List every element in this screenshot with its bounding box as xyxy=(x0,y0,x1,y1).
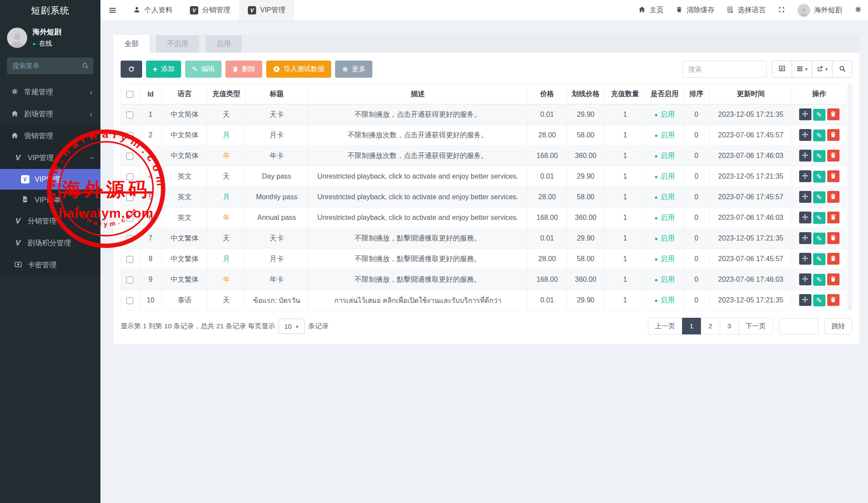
filter-tab-1[interactable]: 不启用 xyxy=(156,35,199,53)
clear-cache-link[interactable]: 清除缓存 xyxy=(670,0,721,21)
import-test-data-button[interactable]: 导入测试数据 xyxy=(266,61,331,78)
row-checkbox[interactable] xyxy=(126,215,133,222)
edit-button[interactable]: ✎编辑 xyxy=(185,61,221,78)
search-icon[interactable] xyxy=(82,62,89,71)
more-button[interactable]: 更多 xyxy=(335,61,372,78)
sidebar-toggle-button[interactable] xyxy=(100,0,125,21)
move-row-button[interactable] xyxy=(799,232,811,244)
status-badge: ●启用 xyxy=(654,172,675,181)
row-checkbox[interactable] xyxy=(126,153,133,160)
row-checkbox[interactable] xyxy=(126,235,133,242)
cell-price: 168.00 xyxy=(527,208,567,228)
move-row-button[interactable] xyxy=(799,294,811,306)
row-checkbox[interactable] xyxy=(126,111,133,119)
nav-tab-0[interactable]: 个人资料 xyxy=(125,0,181,21)
search-button[interactable] xyxy=(832,61,852,78)
row-checkbox[interactable] xyxy=(126,277,133,284)
sidebar-item-2[interactable]: 营销管理‹ xyxy=(0,125,100,147)
columns-button[interactable]: ▾ xyxy=(792,61,812,78)
row-checkbox[interactable] xyxy=(126,256,133,263)
cell-sort: 0 xyxy=(683,166,710,187)
delete-row-button[interactable] xyxy=(827,232,839,244)
move-row-button[interactable] xyxy=(799,253,811,265)
settings-button[interactable] xyxy=(848,0,868,21)
table-search-input[interactable] xyxy=(682,61,767,78)
filter-tab-2[interactable]: 启用 xyxy=(206,35,242,53)
detail-view-button[interactable] xyxy=(772,61,792,78)
delete-row-button[interactable] xyxy=(827,150,839,162)
edit-row-button[interactable]: ✎ xyxy=(813,274,825,286)
sidebar-item-8[interactable]: 卡密管理 xyxy=(0,254,100,276)
edit-row-button[interactable]: ✎ xyxy=(813,233,825,244)
cell-enabled: ●启用 xyxy=(646,208,683,228)
delete-row-button[interactable] xyxy=(827,273,839,285)
row-checkbox[interactable] xyxy=(126,132,133,139)
edit-row-button[interactable]: ✎ xyxy=(813,212,825,224)
row-checkbox[interactable] xyxy=(126,173,133,180)
fullscreen-button[interactable] xyxy=(772,0,791,21)
status-badge: ●启用 xyxy=(654,275,675,284)
sidebar-item-3[interactable]: VVIP管理‹ xyxy=(0,147,100,169)
edit-row-button[interactable]: ✎ xyxy=(813,253,825,265)
add-button[interactable]: +添加 xyxy=(146,61,181,78)
delete-row-button[interactable] xyxy=(827,191,839,203)
move-row-button[interactable] xyxy=(799,170,811,182)
move-row-button[interactable] xyxy=(799,212,811,223)
edit-row-button[interactable]: ✎ xyxy=(813,129,825,141)
delete-row-button[interactable] xyxy=(827,253,839,265)
home-link[interactable]: 主页 xyxy=(632,0,670,21)
status-badge: ●启用 xyxy=(654,110,675,119)
refresh-button[interactable] xyxy=(121,61,142,78)
page-button-2[interactable]: 2 xyxy=(701,318,720,334)
status-dot-icon: ● xyxy=(654,256,658,262)
jump-page-input[interactable] xyxy=(779,318,818,334)
sidebar-item-0[interactable]: 常规管理‹ xyxy=(0,81,100,103)
cell-sort: 0 xyxy=(683,208,710,228)
cell-id: 3 xyxy=(139,146,162,166)
sidebar-item-1[interactable]: 剧场管理‹ xyxy=(0,103,100,125)
user-menu[interactable]: 海外短剧 xyxy=(791,0,848,21)
export-button[interactable]: ▾ xyxy=(812,61,832,78)
sidebar-search-input[interactable] xyxy=(7,57,93,74)
edit-row-button[interactable]: ✎ xyxy=(813,109,825,121)
move-row-button[interactable] xyxy=(799,191,811,203)
jump-button[interactable]: 跳转 xyxy=(825,318,852,334)
main-content: 全部不启用启用 +添加✎编辑删除导入测试数据更多 ▾▾ Id语言充值类型标题描述… xyxy=(100,21,868,503)
filter-tab-0[interactable]: 全部 xyxy=(114,35,150,53)
sidebar-item-4[interactable]: VVIP管理 xyxy=(0,169,100,190)
table-scrollbar[interactable] xyxy=(848,84,852,311)
move-row-button[interactable] xyxy=(799,150,811,162)
sidebar-item-6[interactable]: V分销管理 xyxy=(0,210,100,232)
nav-tab-2[interactable]: VVIP管理 xyxy=(239,0,294,21)
delete-row-button[interactable] xyxy=(827,108,839,120)
page-size-select[interactable]: 10 ▲ xyxy=(279,319,305,334)
row-checkbox[interactable] xyxy=(126,297,133,304)
delete-row-button[interactable] xyxy=(827,170,839,182)
page-button-1[interactable]: 1 xyxy=(682,318,701,334)
edit-row-button[interactable]: ✎ xyxy=(813,295,825,306)
nav-tab-1[interactable]: V分销管理 xyxy=(181,0,239,21)
next-page-button[interactable]: 下一页 xyxy=(739,318,773,334)
status-badge: ●启用 xyxy=(654,296,675,305)
edit-row-button[interactable]: ✎ xyxy=(813,191,825,203)
chevron-down-icon: ‹ xyxy=(87,135,95,137)
delete-button[interactable]: 删除 xyxy=(225,61,262,78)
move-row-button[interactable] xyxy=(799,273,811,285)
cell-title: 天卡 xyxy=(245,104,308,125)
select-all-checkbox[interactable] xyxy=(126,91,133,98)
move-row-button[interactable] xyxy=(799,129,811,141)
delete-row-button[interactable] xyxy=(827,212,839,223)
delete-row-button[interactable] xyxy=(827,129,839,141)
move-row-button[interactable] xyxy=(799,108,811,120)
prev-page-button[interactable]: 上一页 xyxy=(648,318,682,334)
language-link[interactable]: 选择语言 xyxy=(721,0,772,21)
delete-row-button[interactable] xyxy=(827,294,839,306)
sidebar-item-7[interactable]: V剧场积分管理 xyxy=(0,232,100,254)
trash-icon xyxy=(830,255,836,263)
sidebar-item-5[interactable]: VIP订单 xyxy=(0,190,100,210)
edit-row-button[interactable]: ✎ xyxy=(813,150,825,162)
chevron-left-icon: ‹ xyxy=(90,88,93,96)
row-checkbox[interactable] xyxy=(126,194,133,201)
edit-row-button[interactable]: ✎ xyxy=(813,171,825,183)
page-button-3[interactable]: 3 xyxy=(720,318,739,334)
